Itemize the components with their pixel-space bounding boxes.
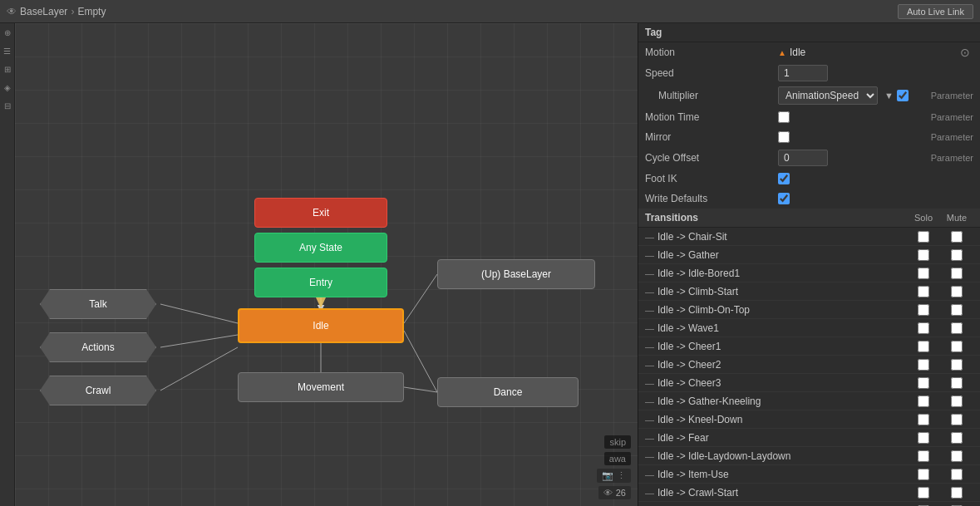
transition-dash: — [645,305,654,315]
svg-marker-8 [316,297,326,308]
node-entry[interactable]: Entry [254,268,387,297]
multiplier-checkbox[interactable] [897,90,909,101]
sidebar-icon-1[interactable]: ⊕ [2,27,13,38]
transition-solo-checkbox[interactable] [918,469,929,480]
transition-row[interactable]: — Idle -> Climb-Start [638,282,980,301]
transition-dash: — [645,341,654,351]
transition-solo-checkbox[interactable] [918,359,929,371]
graph-menu-icon[interactable]: ⋮ [617,470,626,481]
write-defaults-row: Write Defaults [638,189,980,209]
speed-value-container [778,65,973,81]
transition-dash: — [645,232,654,242]
foot-ik-row: Foot IK [638,169,980,189]
transition-mute-checkbox[interactable] [951,469,963,480]
graph-canvas[interactable]: Exit Any State Entry Idle Talk Actions C… [15,23,638,506]
transition-mute-checkbox[interactable] [951,377,963,389]
transition-mute-checkbox[interactable] [951,432,963,444]
multiplier-select[interactable]: AnimationSpeed [778,86,878,105]
transition-row[interactable]: — Idle -> Cheer2 [638,356,980,374]
sidebar-icon-3[interactable]: ⊞ [2,63,13,75]
node-exit[interactable]: Exit [254,198,387,228]
motion-row: Motion ▲ Idle ⊙ [638,42,980,62]
transition-row[interactable]: — Idle -> Fear [638,429,980,447]
multiplier-row: Multiplier AnimationSpeed ▼ Parameter [638,84,980,107]
transition-dash: — [645,378,654,388]
transition-row[interactable]: — Idle -> Kneel-Down [638,410,980,429]
tag-row: Tag [638,23,980,42]
transition-solo-checkbox[interactable] [918,268,929,279]
speed-input[interactable] [778,65,828,81]
node-up-baselayer[interactable]: (Up) BaseLayer [437,259,595,289]
motion-edit-button[interactable]: ⊙ [957,46,973,59]
transition-dash: — [645,250,654,260]
node-idle[interactable]: Idle [238,308,404,343]
breadcrumb-baselayer[interactable]: BaseLayer [20,6,67,17]
node-movement[interactable]: Movement [238,372,404,402]
transition-row[interactable]: — Idle -> Wave1 [638,319,980,337]
transition-name: Idle -> Idle-Bored1 [657,268,907,279]
transition-mute-checkbox[interactable] [951,341,963,352]
transition-row[interactable]: — Idle -> Cheer3 [638,374,980,392]
node-anystate[interactable]: Any State [254,233,387,263]
transition-solo-checkbox[interactable] [918,286,929,297]
node-dance[interactable]: Dance [437,377,579,407]
transition-mute-checkbox[interactable] [951,450,963,462]
transition-mute-checkbox[interactable] [951,268,963,279]
transition-name: Idle -> Gather [657,249,907,261]
transition-mute-checkbox[interactable] [951,414,963,425]
write-defaults-value-container [778,193,973,204]
transition-name: Idle -> Item-Use [657,469,907,480]
transition-row[interactable]: — Idle -> Idle-Laydown-Laydown [638,447,980,465]
speed-label: Speed [645,67,778,79]
sidebar-icon-5[interactable]: ⊟ [2,100,13,111]
write-defaults-checkbox[interactable] [778,193,790,204]
motion-time-checkbox[interactable] [778,111,790,123]
transition-mute-checkbox[interactable] [951,286,963,297]
node-talk[interactable]: Talk [40,289,156,319]
transition-solo-checkbox[interactable] [918,322,929,334]
transition-mute-checkbox[interactable] [951,304,963,316]
transition-mute-checkbox[interactable] [951,322,963,334]
transition-row[interactable]: — Idle -> Crawl-Start [638,484,980,502]
sidebar-icon-4[interactable]: ◈ [2,81,13,93]
transition-row[interactable]: — Idle -> Chair-Sit [638,228,980,246]
transition-solo-checkbox[interactable] [918,249,929,261]
mirror-checkbox[interactable] [778,131,790,143]
graph-label-awa: awa [604,452,631,465]
node-actions[interactable]: Actions [40,332,156,362]
transition-mute-checkbox[interactable] [951,359,963,371]
transition-dash: — [645,268,654,278]
transition-mute-checkbox[interactable] [951,395,963,407]
node-crawl[interactable]: Crawl [40,376,156,405]
transition-row[interactable]: — Idle -> Gather [638,246,980,264]
multiplier-label: Multiplier [645,90,778,101]
transition-row[interactable]: — Idle -> Movement [638,502,980,506]
transition-solo-checkbox[interactable] [918,395,929,407]
breadcrumb-empty[interactable]: Empty [77,6,106,17]
foot-ik-checkbox[interactable] [778,173,790,184]
transition-name: Idle -> Cheer1 [657,341,907,352]
transition-solo-checkbox[interactable] [918,432,929,444]
transition-solo-checkbox[interactable] [918,414,929,425]
transition-solo-checkbox[interactable] [918,341,929,352]
transition-solo-checkbox[interactable] [918,450,929,462]
cycle-offset-input[interactable] [778,150,828,166]
sidebar-icon-2[interactable]: ☰ [2,45,13,56]
transition-mute-checkbox[interactable] [951,231,963,243]
transition-mute-checkbox[interactable] [951,487,963,499]
auto-live-link-button[interactable]: Auto Live Link [898,4,973,19]
top-bar: 👁 BaseLayer › Empty Auto Live Link [0,0,980,23]
transition-row[interactable]: — Idle -> Gather-Kneeling [638,392,980,410]
transition-solo-checkbox[interactable] [918,487,929,499]
mirror-param-label: Parameter [931,132,973,142]
breadcrumb-eye-icon: 👁 [7,6,17,17]
transition-solo-checkbox[interactable] [918,304,929,316]
transition-row[interactable]: — Idle -> Climb-On-Top [638,301,980,319]
transition-solo-checkbox[interactable] [918,377,929,389]
transition-mute-checkbox[interactable] [951,249,963,261]
transition-row[interactable]: — Idle -> Idle-Bored1 [638,264,980,282]
transition-row[interactable]: — Idle -> Item-Use [638,465,980,484]
transition-row[interactable]: — Idle -> Cheer1 [638,337,980,356]
zoom-level: 26 [616,488,626,498]
transition-solo-checkbox[interactable] [918,231,929,243]
